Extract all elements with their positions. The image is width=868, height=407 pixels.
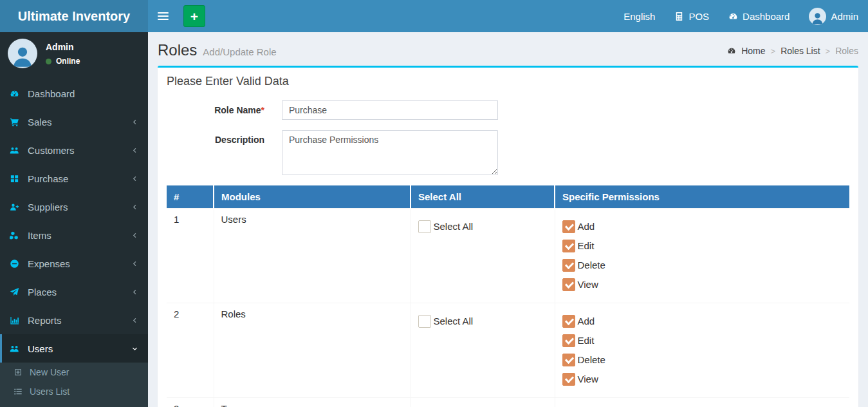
permission-label: Delete <box>578 354 605 365</box>
shopping-cart-icon <box>10 117 21 127</box>
bar-chart-icon <box>10 316 21 325</box>
sidebar-item-suppliers[interactable]: Suppliers <box>0 193 148 221</box>
permission-checkbox-add[interactable] <box>562 220 575 233</box>
sidebar-item-purchase[interactable]: Purchase <box>0 164 148 193</box>
user-avatar-icon <box>809 8 826 25</box>
row-number: 1 <box>167 208 214 303</box>
nav-language[interactable]: English <box>614 0 665 32</box>
dashboard-icon <box>728 12 738 21</box>
permission-checkbox-delete[interactable] <box>562 354 575 366</box>
role-name-label: Role Name* <box>167 100 264 120</box>
chevron-left-icon <box>131 317 138 324</box>
sidebar-item-sales[interactable]: Sales <box>0 108 148 136</box>
sidebar-item-label: Users <box>28 343 53 354</box>
sidebar-item-label: Customers <box>28 145 75 156</box>
permission-checkbox-view[interactable] <box>562 373 575 386</box>
sidebar-item-roles-list[interactable]: Roles List <box>0 401 148 407</box>
sidebar-item-customers[interactable]: Customers <box>0 136 148 164</box>
description-label: Description <box>167 130 264 175</box>
role-name-input[interactable] <box>282 100 498 120</box>
chevron-left-icon <box>131 232 138 239</box>
select-all-checkbox[interactable] <box>418 315 431 328</box>
select-all-checkbox[interactable] <box>418 220 431 233</box>
sidebar-item-users-list[interactable]: Users List <box>0 382 148 401</box>
chevron-down-icon <box>131 345 138 352</box>
chevron-left-icon <box>131 260 138 267</box>
sidebar-user-status: Online <box>56 57 80 66</box>
nav-dashboard-label: Dashboard <box>743 11 790 22</box>
sidebar-item-places[interactable]: Places <box>0 278 148 306</box>
chevron-left-icon <box>131 147 138 154</box>
sidebar-user-panel: Admin Online <box>0 32 148 75</box>
nav-user-label: Admin <box>831 11 858 22</box>
list-icon <box>14 387 24 396</box>
nav-pos[interactable]: POS <box>665 0 719 32</box>
column-header-select-all: Select All <box>411 185 555 208</box>
description-textarea[interactable]: Purchase Permissions <box>282 130 498 175</box>
module-name: Tax <box>214 397 411 407</box>
sidebar-item-expenses[interactable]: Expenses <box>0 249 148 278</box>
sidebar-item-label: Dashboard <box>28 88 75 99</box>
submenu-item-label: New User <box>30 367 69 377</box>
sidebar-item-label: Places <box>28 287 57 298</box>
column-header-modules: Modules <box>214 185 411 208</box>
sidebar: Admin Online Dashboard Sales Customers P… <box>0 32 148 407</box>
row-number: 3 <box>167 397 214 407</box>
quick-add-button[interactable]: + <box>183 5 205 27</box>
sidebar-item-users[interactable]: Users <box>0 334 148 363</box>
sidebar-item-items[interactable]: Items <box>0 221 148 249</box>
breadcrumb-home[interactable]: Home <box>741 46 765 56</box>
permission-checkbox-edit[interactable] <box>562 334 575 347</box>
users-submenu: New User Users List Roles List <box>0 363 148 407</box>
sidebar-item-label: Sales <box>28 117 52 128</box>
nav-user-menu[interactable]: Admin <box>799 0 868 32</box>
sidebar-item-reports[interactable]: Reports <box>0 306 148 334</box>
nav-pos-label: POS <box>688 11 709 22</box>
hamburger-icon <box>158 12 169 14</box>
permission-checkbox-delete[interactable] <box>562 259 575 272</box>
app-logo[interactable]: Ultimate Inventory <box>0 0 148 32</box>
module-name: Roles <box>214 303 411 397</box>
grid-icon <box>10 174 21 184</box>
content-area: Roles Add/Update Role Home > Roles List … <box>148 32 868 407</box>
sidebar-toggle-button[interactable] <box>148 0 178 32</box>
breadcrumb-separator: > <box>826 46 831 56</box>
minus-circle-icon <box>10 259 21 269</box>
breadcrumb-roles-list[interactable]: Roles List <box>780 46 820 56</box>
permission-checkbox-view[interactable] <box>562 278 575 291</box>
cubes-icon <box>10 231 21 240</box>
table-row: 2 Roles Select All Add Edit <box>167 303 849 397</box>
permission-label: Add <box>578 316 595 327</box>
calculator-icon <box>674 12 684 21</box>
users-icon <box>10 344 21 354</box>
sidebar-item-new-user[interactable]: New User <box>0 363 148 382</box>
page-subtitle: Add/Update Role <box>203 46 276 57</box>
permission-label: Edit <box>578 240 595 251</box>
permission-label: View <box>578 374 598 384</box>
home-dashboard-icon <box>727 46 736 55</box>
module-name: Users <box>214 208 411 303</box>
sidebar-avatar-icon <box>8 39 37 68</box>
tachometer-icon <box>10 89 21 99</box>
permission-label: Delete <box>578 260 605 270</box>
sidebar-item-label: Suppliers <box>28 202 68 213</box>
page-title: Roles <box>158 41 197 59</box>
online-status-icon <box>46 59 51 64</box>
required-marker: * <box>261 105 264 115</box>
chevron-left-icon <box>131 175 138 182</box>
panel-title: Please Enter Valid Data <box>158 68 858 94</box>
breadcrumb-separator: > <box>771 46 776 56</box>
table-row: 3 Tax Select All Add <box>167 397 849 407</box>
row-number: 2 <box>167 303 214 397</box>
plus-square-icon <box>14 368 24 377</box>
sidebar-item-dashboard[interactable]: Dashboard <box>0 79 148 108</box>
permission-label: View <box>578 279 598 290</box>
role-form-panel: Please Enter Valid Data Role Name* Descr… <box>158 66 858 407</box>
nav-dashboard[interactable]: Dashboard <box>719 0 799 32</box>
sidebar-item-label: Items <box>28 230 51 241</box>
permission-checkbox-edit[interactable] <box>562 240 575 252</box>
permission-checkbox-add[interactable] <box>562 315 575 328</box>
permission-label: Edit <box>578 335 595 346</box>
table-row: 1 Users Select All Add Edit <box>167 208 849 303</box>
chevron-left-icon <box>131 118 138 126</box>
